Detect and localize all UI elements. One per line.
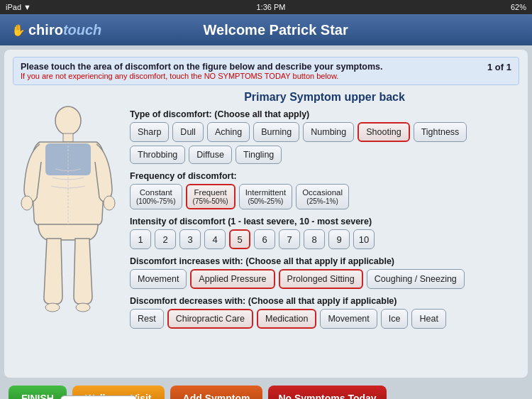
frequency-section: Frequency of discomfort: Constant(100%-7… <box>130 171 519 212</box>
logo-text: chirotouch <box>28 22 101 38</box>
page-indicator: 1 of 1 <box>487 62 511 72</box>
intensity-btn-10[interactable]: 10 <box>353 229 375 249</box>
increases-btn-coughing-/-sneezing[interactable]: Coughing / Sneezing <box>367 269 465 289</box>
discomfort-type-btn-aching[interactable]: Aching <box>207 122 250 142</box>
svg-rect-1 <box>63 133 73 142</box>
discomfort-type-btn-tightness[interactable]: Tightness <box>414 122 467 142</box>
discomfort-type-btn-throbbing[interactable]: Throbbing <box>130 146 185 164</box>
svg-point-4 <box>104 196 115 210</box>
increases-section: Discomfort increases with: (Choose all t… <box>130 256 519 292</box>
increases-buttons: MovementApplied PressureProlonged Sittin… <box>130 269 519 289</box>
intensity-btn-3[interactable]: 3 <box>179 229 201 249</box>
content-area: Primary Symptom upper back Type of disco… <box>13 91 519 361</box>
header: ✋ chirotouch Welcome Patrick Star <box>0 14 532 45</box>
svg-point-3 <box>21 196 33 210</box>
decreases-buttons: RestChiropractic CareMedicationMovementI… <box>130 309 519 329</box>
instruction-sub: If you are not experiencing any discomfo… <box>21 72 383 80</box>
symptom-tab[interactable]: Symptom 1 <box>60 395 137 399</box>
intensity-btn-8[interactable]: 8 <box>304 229 325 249</box>
frequency-btn-intermittent[interactable]: Intermittent(50%-25%) <box>239 184 293 209</box>
decreases-btn-heat[interactable]: Heat <box>411 309 445 329</box>
discomfort-type-btn-tingling[interactable]: Tingling <box>235 146 282 164</box>
bottom-bar: FINISH Wellness Visit Add Symptom No Sym… <box>0 382 532 399</box>
intensity-btn-6[interactable]: 6 <box>254 229 275 249</box>
discomfort-type-label: Type of discomfort: (Choose all that app… <box>130 109 519 119</box>
increases-btn-movement[interactable]: Movement <box>130 269 187 289</box>
svg-point-5 <box>45 303 60 312</box>
logo: ✋ chirotouch <box>11 22 101 38</box>
no-symptoms-button[interactable]: No Symptoms Today <box>268 386 386 399</box>
frequency-label: Frequency of discomfort: <box>130 171 519 181</box>
intensity-btn-5[interactable]: 5 <box>229 229 250 249</box>
svg-point-0 <box>55 106 81 135</box>
body-figure[interactable] <box>13 91 123 361</box>
frequency-btn-frequent[interactable]: Frequent(75%-50%) <box>186 184 235 209</box>
decreases-btn-chiropractic-care[interactable]: Chiropractic Care <box>167 309 253 329</box>
discomfort-type-btn-diffuse[interactable]: Diffuse <box>189 146 232 164</box>
decreases-btn-movement[interactable]: Movement <box>320 309 377 329</box>
decreases-btn-ice[interactable]: Ice <box>381 309 409 329</box>
decreases-btn-medication[interactable]: Medication <box>257 309 316 329</box>
body-diagram[interactable] <box>18 105 118 346</box>
decreases-btn-rest[interactable]: Rest <box>130 309 164 329</box>
logo-icon: ✋ <box>11 23 26 37</box>
add-symptom-button[interactable]: Add Symptom <box>170 386 263 399</box>
discomfort-type-btn-burning[interactable]: Burning <box>253 122 299 142</box>
frequency-btn-occasional[interactable]: Occasional(25%-1%) <box>296 184 349 209</box>
decreases-section: Discomfort decreases with: (Choose all t… <box>130 296 519 332</box>
intensity-btn-9[interactable]: 9 <box>328 229 350 249</box>
decreases-label: Discomfort decreases with: (Choose all t… <box>130 296 519 306</box>
svg-point-6 <box>76 303 90 312</box>
instruction-main: Please touch the area of discomfort on t… <box>21 62 383 72</box>
discomfort-type-section: Type of discomfort: (Choose all that app… <box>130 109 519 167</box>
discomfort-type-btn-dull[interactable]: Dull <box>172 122 204 142</box>
status-bar: iPad ▼ 1:36 PM 62% <box>0 0 532 14</box>
status-time: 1:36 PM <box>256 3 285 11</box>
intensity-btn-4[interactable]: 4 <box>204 229 226 249</box>
instruction-bar: Please touch the area of discomfort on t… <box>13 57 519 85</box>
finish-button[interactable]: FINISH <box>9 386 67 399</box>
discomfort-type-btn-numbing[interactable]: Numbing <box>303 122 354 142</box>
intensity-btn-2[interactable]: 2 <box>155 229 176 249</box>
status-right: 62% <box>511 3 526 11</box>
intensity-buttons: 12345678910 <box>130 229 519 249</box>
frequency-btn-constant[interactable]: Constant(100%-75%) <box>130 184 182 209</box>
increases-label: Discomfort increases with: (Choose all t… <box>130 256 519 266</box>
discomfort-type-btn-sharp[interactable]: Sharp <box>130 122 169 142</box>
increases-btn-prolonged-sitting[interactable]: Prolonged Sitting <box>279 269 363 289</box>
intensity-btn-7[interactable]: 7 <box>279 229 300 249</box>
right-panel: Primary Symptom upper back Type of disco… <box>130 91 519 361</box>
intensity-btn-1[interactable]: 1 <box>130 229 151 249</box>
frequency-buttons: Constant(100%-75%)Frequent(75%-50%)Inter… <box>130 184 519 209</box>
instruction-content: Please touch the area of discomfort on t… <box>21 62 383 80</box>
main-panel: Please touch the area of discomfort on t… <box>4 50 528 378</box>
header-title: Welcome Patrick Star <box>101 22 450 38</box>
intensity-section: Intensity of discomfort (1 - least sever… <box>130 217 519 252</box>
status-left: iPad ▼ <box>6 3 31 11</box>
discomfort-type-btn-shooting[interactable]: Shooting <box>358 122 409 142</box>
intensity-label: Intensity of discomfort (1 - least sever… <box>130 217 519 226</box>
discomfort-type-buttons: SharpDullAchingBurningNumbingShootingTig… <box>130 122 519 164</box>
increases-btn-applied-pressure[interactable]: Applied Pressure <box>190 269 275 289</box>
symptom-title: Primary Symptom upper back <box>130 91 519 104</box>
